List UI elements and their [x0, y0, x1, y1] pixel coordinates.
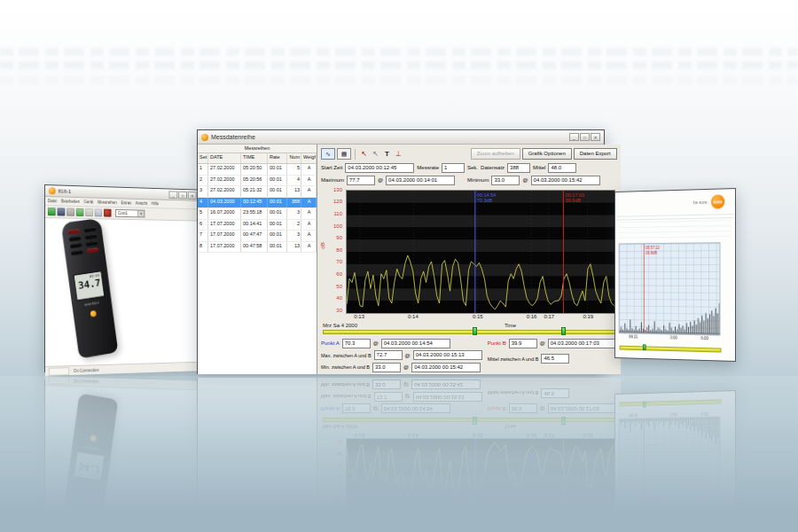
column-header[interactable]: Num	[287, 153, 301, 163]
rate-field[interactable]: 1	[442, 163, 465, 173]
plot-area[interactable]: 00:14:54 70.3dB00:17:03 39.9dB	[346, 190, 615, 314]
maximize-button[interactable]: □	[580, 133, 590, 141]
print-icon[interactable]	[66, 208, 74, 216]
device-lcd: 88:88 34.7	[73, 270, 105, 301]
minimize-button[interactable]: _	[168, 191, 177, 199]
cursor-a-handle[interactable]	[473, 327, 477, 335]
slider-track[interactable]	[620, 346, 722, 353]
table-row[interactable]: 2 27.02.2000 05:20:56 00:01 4 A	[198, 176, 317, 187]
maximize-button[interactable]: □	[178, 191, 187, 199]
minimum-time-field[interactable]: 04.03.2000 00:15:42	[531, 176, 600, 185]
table-row[interactable]: 7 17.07.2000 00:47:47 00:01 3 A	[198, 231, 317, 242]
x-axis-tick-labels: 0:130:140:150:160:170:19	[346, 314, 615, 321]
cursor-b-handle[interactable]	[561, 327, 566, 335]
measurement-series-table: Messreihen SetDATETIMERateNumWeight 1 27…	[198, 145, 317, 374]
menu-item[interactable]: Hilfe	[152, 201, 159, 206]
menu-item[interactable]: Extras	[121, 200, 132, 205]
start-time-field[interactable]: 04.03.2000 00:12:45	[345, 163, 414, 173]
maximum-field[interactable]: 77.7	[347, 176, 375, 185]
menu-item[interactable]: Bearbeiten	[61, 200, 80, 205]
menu-item[interactable]: Messreihen	[98, 200, 117, 205]
save-icon[interactable]	[58, 207, 66, 215]
overview-chart[interactable]: 00:57:12 29.8dB	[619, 242, 721, 335]
text-tool-icon[interactable]: T	[382, 149, 392, 160]
at-symbol: @	[405, 353, 411, 358]
close-button[interactable]: ✕	[591, 133, 600, 141]
left-window-controls: _ □ ✕	[168, 191, 196, 200]
table-view-toggle[interactable]: ▦	[337, 148, 351, 160]
cell-time: 05:21:32	[241, 186, 268, 197]
table-row[interactable]: 5 16.07.2000 23:55:18 00:01 3 A	[198, 208, 317, 220]
cell-time: 00:47:47	[241, 231, 268, 241]
crosshair-tool-icon[interactable]: ↖	[371, 149, 380, 160]
table-icon[interactable]	[95, 208, 102, 216]
column-header[interactable]: Rate	[268, 153, 287, 163]
mean-between-value-field[interactable]: 46.5	[541, 354, 569, 364]
graph-view-toggle[interactable]: ∿	[321, 148, 335, 160]
lcd-main-readout: 34.7	[76, 277, 101, 292]
export-icon[interactable]	[76, 208, 84, 216]
punkt-b-time-field[interactable]: 04.03.2000 00:17:03	[548, 339, 617, 348]
center-window-titlebar[interactable]: Messdatenreihe _ □ ✕	[198, 130, 604, 145]
cell-num: 3	[287, 231, 301, 241]
cell-num: 388	[287, 198, 301, 208]
max-between-value-field[interactable]: 72.7	[374, 350, 403, 360]
min-between-time-field[interactable]: 04.03.2000 00:15:42	[411, 363, 481, 372]
mittel-field[interactable]: 48.0	[548, 163, 576, 173]
y-tick: 110	[326, 211, 342, 216]
menu-item[interactable]: Ansicht	[136, 201, 147, 206]
minimize-button[interactable]: _	[569, 133, 579, 141]
chart-icon[interactable]	[85, 208, 93, 216]
cell-weight: A	[301, 242, 317, 253]
column-header[interactable]: DATE	[208, 153, 241, 163]
punkt-a-time-field[interactable]: 04.03.2000 00:14:54	[381, 339, 450, 348]
port-select[interactable]: Com1 ▼	[115, 209, 145, 217]
column-header[interactable]: Set	[198, 153, 208, 163]
center-window-title: Messdatenreihe	[211, 134, 255, 140]
cell-date: 17.07.2000	[208, 231, 241, 241]
at-symbol: @	[540, 340, 545, 346]
slider-handle[interactable]	[643, 344, 646, 350]
table-row[interactable]: 4 04.03.2000 00:12:45 00:01 388 A	[198, 198, 317, 209]
graph-options-button[interactable]: Grafik Optionen	[522, 148, 572, 160]
table-body: 1 27.02.2000 05:20:50 00:01 5 A 2 27.02.…	[198, 164, 317, 253]
series-info-row-1: Start Zeit 04.03.2000 00:12:45 Messrate …	[321, 163, 617, 174]
maximum-time-field[interactable]: 04.03.2000 00:14:01	[386, 176, 455, 185]
waveform-plot	[347, 191, 614, 313]
connection-status-text: On Connection	[74, 368, 99, 373]
cell-weight: A	[301, 198, 317, 208]
max-between-time-field[interactable]: 04.03.2000 00:15:13	[413, 350, 482, 360]
punkt-b-value-field[interactable]: 39.9	[509, 339, 537, 348]
min-between-value-field[interactable]: 33.0	[372, 363, 401, 372]
device-body: 88:88 34.7 testo 816-1	[61, 218, 119, 359]
pointer-tool-icon[interactable]: ↖	[359, 149, 369, 160]
menu-item[interactable]: Gerät	[84, 200, 94, 204]
table-header-row: SetDATETIMERateNumWeight	[198, 153, 317, 164]
punkt-a-value-field[interactable]: 70.3	[342, 339, 371, 348]
connect-icon[interactable]	[48, 207, 56, 215]
report-window: be sure. testo 00:57:12 29.8dB Mi 213:00…	[614, 188, 736, 362]
marker-tool-icon[interactable]: ⊥	[394, 149, 403, 160]
minimum-field[interactable]: 33.0	[491, 176, 520, 185]
x-tick: 0:17	[544, 314, 554, 319]
table-row[interactable]: 3 27.02.2000 05:21:32 00:01 13 A	[198, 186, 317, 198]
zoom-reset-button[interactable]: Zoom aufheben	[471, 148, 520, 160]
record-icon[interactable]	[104, 209, 111, 217]
close-button[interactable]: ✕	[188, 192, 197, 200]
data-export-button[interactable]: Daten Export	[574, 148, 617, 160]
table-row[interactable]: 6 17.07.2000 00:14:41 00:01 2 A	[198, 220, 317, 231]
table-row[interactable]: 8 17.07.2000 00:47:58 00:01 13 A	[198, 242, 317, 254]
column-header[interactable]: TIME	[241, 153, 268, 163]
cell-set: 5	[198, 208, 208, 219]
table-row[interactable]: 1 27.02.2000 05:20:50 00:01 5 A	[198, 164, 317, 176]
cell-set: 3	[198, 186, 208, 197]
cell-weight: A	[301, 220, 317, 231]
column-header[interactable]: Weight	[301, 153, 317, 163]
cell-num: 13	[287, 242, 301, 253]
menu-item[interactable]: Datei	[48, 199, 57, 203]
cell-num: 13	[287, 186, 301, 197]
datensatz-field[interactable]: 388	[507, 163, 530, 173]
y-tick: 100	[326, 223, 342, 229]
slider-track[interactable]	[323, 330, 615, 334]
y-axis-tick-labels: 13012011010090807060504030	[326, 187, 342, 313]
